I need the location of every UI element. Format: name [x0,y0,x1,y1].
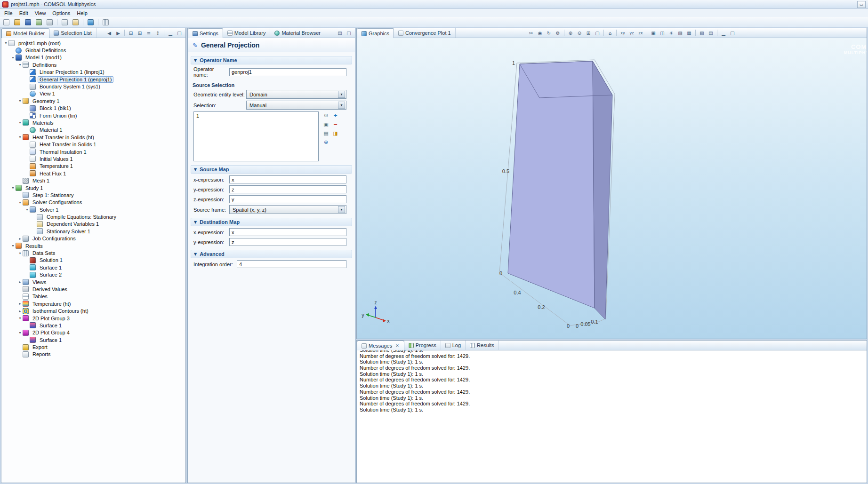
view-xy-button[interactable]: xy [619,29,627,37]
tree-item[interactable]: Derived Values [1,286,185,293]
menu-edit[interactable]: Edit [16,10,32,16]
help-button[interactable]: ▤ [336,29,344,37]
tree-item[interactable]: Surface 1 [1,336,185,343]
measure-button[interactable] [101,18,111,27]
tab-selection-list[interactable]: Selection List [49,28,96,38]
camera-button[interactable]: ▣ [649,29,658,37]
tab-results[interactable]: Results [466,341,499,350]
tree-item[interactable]: Surface 1 [1,322,185,329]
tab-model-builder[interactable]: Model Builder [1,28,49,38]
forward-button[interactable]: ▶ [114,29,122,37]
collapse-all-button[interactable]: ⊟ [127,29,135,37]
expand-arrow-icon[interactable]: ▾ [10,186,16,190]
tree-item[interactable]: ▸Job Configurations [1,235,185,242]
expand-arrow-icon[interactable]: ▸ [17,302,23,306]
selection-list-item[interactable]: 1 [196,113,316,119]
refresh-button[interactable]: ↻ [545,29,553,37]
tree-item[interactable]: Temperature 1 [1,163,185,170]
print-button[interactable]: ▤ [707,29,715,37]
tree-item[interactable]: Heat Flux 1 [1,170,185,177]
close-icon[interactable]: ✕ [395,343,400,349]
tab-graphics[interactable]: Graphics [357,28,394,38]
tree-item[interactable]: ▾Geometry 1 [1,97,185,104]
source-y-expression-input[interactable] [229,185,346,193]
visibility-button[interactable]: ◉ [536,29,544,37]
source-x-expression-input[interactable] [229,175,346,183]
tab-model-library[interactable]: Model Library [223,28,271,38]
clip-button[interactable]: ✂ [527,29,535,37]
tree-item[interactable]: ▸Isothermal Contours (ht) [1,307,185,314]
expand-arrow-icon[interactable]: ▾ [10,244,16,248]
tree-item[interactable]: Linear Projection 1 (linproj1) [1,69,185,76]
tree-item[interactable]: ▾Study 1 [1,184,185,191]
tree-item[interactable]: Stationary Solver 1 [1,228,185,235]
tree-item[interactable]: Step 1: Stationary [1,191,185,198]
model-tree-button[interactable]: ≡ [145,29,153,37]
plot-button[interactable] [86,18,96,27]
integration-order-input[interactable] [237,260,346,268]
tree-item[interactable]: Thermal Insulation 1 [1,148,185,155]
maximize-button[interactable]: □ [728,29,737,37]
tree-item[interactable]: ▾Definitions [1,61,185,68]
add-button[interactable]: + [331,111,339,119]
expand-arrow-icon[interactable]: ▾ [17,200,23,205]
light-button[interactable]: ☀ [667,29,675,37]
create-selection-button[interactable]: ⊙ [322,111,330,119]
maximize-button[interactable]: □ [345,29,353,37]
messages-body[interactable]: Solution time (Study 1): 1 s.Number of d… [357,350,867,483]
save-button[interactable] [23,18,33,27]
tree-item[interactable]: ▾Solver Configurations [1,199,185,206]
snapshot-button[interactable]: ◫ [658,29,667,37]
selection-listbox[interactable]: 1 [193,111,319,161]
tab-progress[interactable]: Progress [404,341,441,350]
tree-item[interactable]: Compile Equations: Stationary [1,213,185,220]
tab-material-browser[interactable]: Material Browser [270,28,325,38]
expand-arrow-icon[interactable]: ▸ [17,309,23,313]
wireframe-button[interactable]: ▦ [685,29,693,37]
tree-item[interactable]: Form Union (fin) [1,112,185,119]
import-button[interactable] [34,18,44,27]
select-button[interactable]: ▧ [698,29,706,37]
tree-item[interactable]: Mesh 1 [1,177,185,184]
tree-item[interactable]: Boundary System 1 (sys1) [1,83,185,90]
menu-file[interactable]: File [1,10,16,16]
tree-item[interactable]: ▸Temperature (ht) [1,300,185,307]
destination-x-expression-input[interactable] [229,228,346,236]
menu-help[interactable]: Help [73,10,91,16]
tree-item[interactable]: ▾projtst1.mph (root) [1,40,185,47]
tree-item[interactable]: ▸Views [1,278,185,286]
expand-arrow-icon[interactable]: ▾ [3,41,8,45]
zoom-extents-button[interactable]: ▢ [593,29,602,37]
zoom-in-button[interactable]: ⊕ [566,29,575,37]
menu-options[interactable]: Options [49,10,73,16]
tab-settings[interactable]: Settings [188,28,223,38]
expand-arrow-icon[interactable]: ▾ [24,207,30,212]
default-view-button[interactable]: ⌂ [606,29,614,37]
view-menu-button[interactable]: ⚙ [554,29,562,37]
tab-convergence-plot[interactable]: Convergence Plot 1 [394,28,456,38]
copy-button[interactable]: ▣ [322,120,330,128]
back-button[interactable]: ◀ [105,29,113,37]
zoom-selected-button[interactable]: ⊕ [322,138,330,146]
tree-item[interactable]: Material 1 [1,127,185,134]
expand-arrow-icon[interactable]: ▾ [10,56,16,60]
tree-item[interactable]: ▾Results [1,242,185,249]
tree-item[interactable]: Solution 1 [1,257,185,264]
section-operator-name[interactable]: ▼ Operator Name [191,56,352,64]
print-button[interactable] [45,18,55,27]
selection-select[interactable]: Manual ▾ [246,101,346,110]
tab-log[interactable]: Log [441,341,466,350]
tree-item[interactable]: Surface 1 [1,264,185,271]
graphics-canvas[interactable]: 1 0.5 0 0.4 0.2 0 0 0.05 0.1 [357,38,867,339]
expand-arrow-icon[interactable]: ▾ [17,251,23,255]
expand-arrow-icon[interactable]: ▾ [17,135,23,139]
expand-arrow-icon[interactable]: ▾ [17,99,23,103]
section-destination-map[interactable]: ▼ Destination Map [191,218,352,226]
tree-item[interactable]: Block 1 (blk1) [1,105,185,112]
view-yz-button[interactable]: yz [627,29,636,37]
open-button[interactable] [12,18,22,27]
block-front-face[interactable] [508,61,595,308]
copy-button[interactable] [60,18,70,27]
tree-item[interactable]: ▾Solver 1 [1,206,185,213]
tree-item[interactable]: Export [1,343,185,350]
